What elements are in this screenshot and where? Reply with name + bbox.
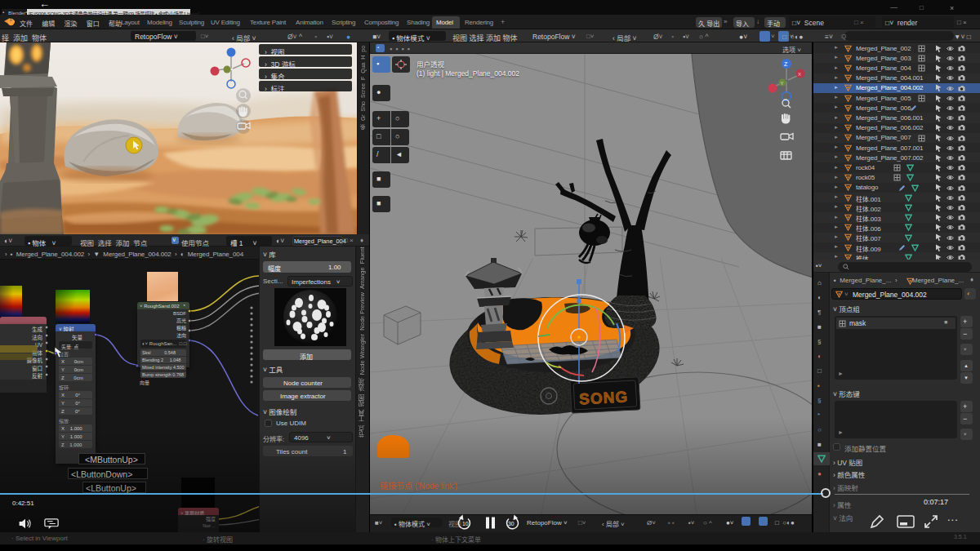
svg-text:10: 10 bbox=[462, 521, 469, 527]
svg-text:SONG: SONG bbox=[579, 388, 629, 407]
svg-text:Z: Z bbox=[784, 61, 788, 67]
svg-text:Y: Y bbox=[781, 81, 784, 86]
svg-text:30: 30 bbox=[508, 521, 514, 527]
svg-text:X: X bbox=[798, 72, 801, 77]
